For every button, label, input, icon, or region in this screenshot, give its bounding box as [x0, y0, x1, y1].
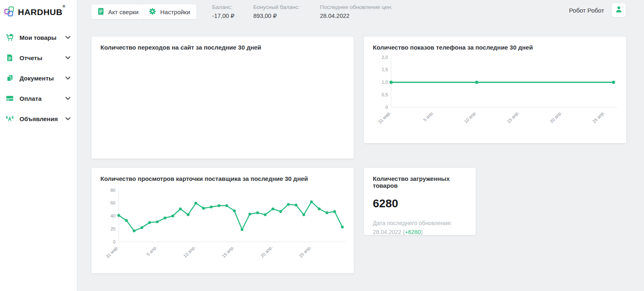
hardhub-logo-icon [4, 6, 15, 18]
sidebar-item-documents[interactable]: Документы [0, 68, 77, 88]
svg-text:5 апр.: 5 апр. [146, 245, 158, 257]
user-icon [615, 5, 623, 15]
svg-text:20 апр.: 20 апр. [259, 245, 273, 258]
bonus-balance-stat: Бонусный баланс: 893,00 ₽ [253, 4, 300, 19]
cart-icon [5, 33, 14, 42]
act-reconciliation-button[interactable]: Акт сверки [91, 4, 145, 19]
svg-text:20: 20 [111, 226, 115, 231]
balance-stat: Баланс: -17,00 ₽ [212, 4, 234, 19]
svg-text:15 апр.: 15 апр. [221, 245, 235, 258]
site-visits-card: Количество переходов на сайт за последни… [91, 37, 354, 159]
sidebar-item-announcements[interactable]: Объявления [0, 109, 77, 129]
user-name: Робот Робот [569, 7, 605, 14]
payment-icon [5, 94, 14, 103]
svg-text:1,5: 1,5 [382, 67, 388, 72]
dashboard-page: HARDHUB® Мои товары [0, 0, 644, 291]
svg-text:20 апр.: 20 апр. [549, 110, 563, 124]
documents-icon [5, 74, 14, 83]
svg-text:0: 0 [385, 105, 388, 110]
last-update-date: 28.04.2022 ( [373, 229, 405, 235]
sidebar-nav: Мои товары Отчеты [0, 24, 77, 129]
balance-label: Баланс: [212, 4, 234, 10]
supplier-views-title: Количество просмотров карточки поставщик… [100, 175, 345, 182]
supplier-views-card: Количество просмотров карточки поставщик… [91, 168, 354, 273]
svg-text:1,0: 1,0 [382, 80, 388, 85]
site-visits-title: Количество переходов на сайт за последни… [100, 44, 345, 51]
sidebar-item-reports[interactable]: Отчеты [0, 48, 77, 68]
act-reconciliation-label: Акт сверки [108, 9, 139, 15]
svg-text:60: 60 [111, 200, 115, 205]
settings-label: Настройки [160, 9, 190, 15]
sidebar-item-my-products[interactable]: Мои товары [0, 27, 77, 48]
sidebar-item-label: Мои товары [20, 34, 65, 41]
sidebar-item-label: Объявления [20, 115, 65, 122]
svg-text:5 апр.: 5 апр. [422, 110, 435, 122]
svg-text:31 мар.: 31 мар. [105, 245, 119, 259]
sidebar-item-label: Оплата [20, 95, 65, 102]
sidebar-item-label: Отчеты [20, 54, 65, 61]
user-avatar-button[interactable] [612, 3, 626, 17]
document-icon [98, 8, 104, 16]
settings-button[interactable]: Настройки [143, 4, 196, 19]
loaded-products-card: Количество загруженных товаров 6280 Дата… [364, 168, 476, 235]
last-price-update-value: 28.04.2022 [320, 13, 392, 19]
chevron-down-icon [65, 56, 70, 59]
supplier-views-chart[interactable]: 02040608031 мар.5 апр.10 апр.15 апр.20 а… [100, 185, 345, 269]
last-price-update-stat: Последнее обновление цен: 28.04.2022 [320, 4, 392, 19]
svg-text:10 апр.: 10 апр. [463, 110, 477, 124]
announcement-icon [5, 114, 14, 123]
svg-text:15 апр.: 15 апр. [506, 110, 520, 124]
last-price-update-label: Последнее обновление цен: [320, 4, 392, 10]
svg-text:25 апр.: 25 апр. [592, 110, 605, 124]
last-update-line: 28.04.2022 (+6280) [373, 228, 467, 237]
loaded-products-title: Количество загруженных товаров [373, 175, 467, 189]
chevron-down-icon [65, 117, 70, 120]
svg-text:25 апр.: 25 апр. [298, 245, 312, 258]
svg-text:40: 40 [111, 213, 115, 218]
phone-views-title: Количество показов телефона за последние… [373, 44, 617, 51]
chevron-down-icon [65, 97, 70, 100]
chevron-down-icon [65, 76, 70, 80]
sidebar-item-payment[interactable]: Оплата [0, 88, 77, 109]
sidebar-item-label: Документы [20, 75, 65, 82]
svg-text:0,5: 0,5 [382, 92, 388, 97]
gear-icon [149, 8, 156, 16]
last-update-delta: +6280 [405, 229, 421, 235]
last-update-label: Дата последнего обновления: [373, 219, 467, 228]
logo-registered-mark: ® [63, 4, 65, 9]
logo[interactable]: HARDHUB® [0, 0, 77, 24]
svg-text:0: 0 [113, 239, 115, 244]
svg-text:10 апр.: 10 апр. [183, 245, 196, 258]
phone-views-card: Количество показов телефона за последние… [364, 37, 626, 143]
report-icon [5, 53, 14, 62]
bonus-balance-label: Бонусный баланс: [253, 4, 300, 10]
svg-text:31 мар.: 31 мар. [377, 110, 392, 124]
sidebar: HARDHUB® Мои товары [0, 0, 77, 291]
loaded-products-count: 6280 [373, 197, 467, 210]
svg-text:80: 80 [111, 188, 115, 193]
logo-text: HARDHUB [18, 7, 63, 17]
svg-text:2,0: 2,0 [382, 55, 388, 60]
bonus-balance-value: 893,00 ₽ [253, 13, 300, 19]
chevron-down-icon [65, 36, 70, 39]
balance-value: -17,00 ₽ [212, 13, 234, 19]
phone-views-chart[interactable]: 00,51,01,52,031 мар.5 апр.10 апр.15 апр.… [373, 53, 617, 134]
